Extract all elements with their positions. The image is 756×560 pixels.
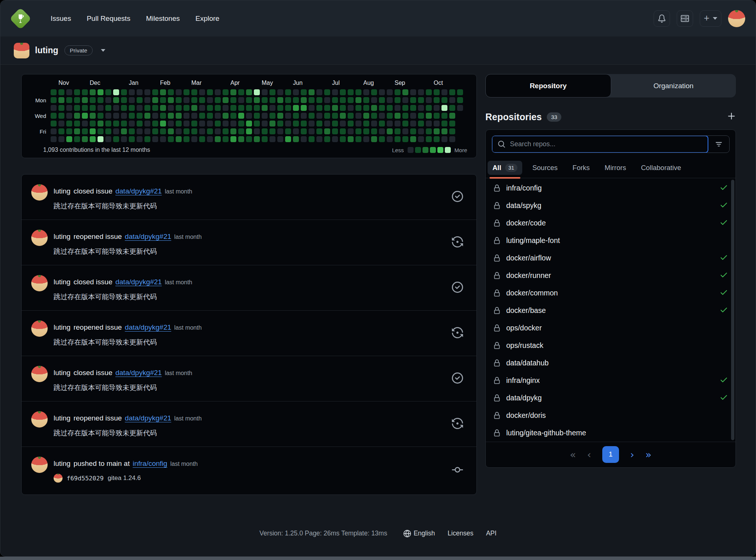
repo-name[interactable]: data/datahub	[506, 359, 549, 367]
new-repository-button[interactable]	[727, 112, 736, 122]
pagination-prev-button[interactable]: ‹	[587, 449, 591, 460]
activity-avatar[interactable]	[31, 184, 48, 201]
activity-target-link[interactable]: data/dpykg#21	[125, 233, 171, 240]
create-new-button[interactable]: +	[700, 10, 721, 27]
pagination-current-page[interactable]: 1	[602, 446, 619, 463]
repo-row[interactable]: docker/common	[486, 284, 736, 302]
repo-filter-tab[interactable]: Mirrors	[604, 160, 627, 178]
activity-actor[interactable]: luting	[54, 414, 70, 422]
nav-link[interactable]: Issues	[44, 11, 77, 26]
activity-target-link[interactable]: infra/config	[133, 460, 167, 467]
heatmap-cell	[418, 121, 424, 127]
repo-name[interactable]: docker/code	[506, 219, 546, 227]
heatmap-cell	[246, 113, 252, 119]
activity-actor[interactable]: luting	[54, 187, 70, 195]
repo-filter-tab[interactable]: Collaborative	[640, 160, 682, 178]
repo-filter-tab[interactable]: All31	[492, 160, 518, 178]
api-link[interactable]: API	[486, 529, 497, 537]
legend-swatch	[430, 147, 436, 153]
pagination-first-button[interactable]: «	[570, 449, 576, 460]
heatmap-cell	[387, 105, 393, 111]
activity-target-link[interactable]: data/dpykg#21	[115, 278, 162, 286]
repo-row[interactable]: ops/rustack	[486, 337, 736, 354]
repo-row[interactable]: data/dpykg	[486, 389, 736, 407]
activity-actor[interactable]: luting	[54, 369, 70, 377]
repo-name[interactable]: docker/base	[506, 306, 546, 315]
activity-target-link[interactable]: data/dpykg#21	[125, 323, 171, 331]
repo-name[interactable]: docker/doris	[506, 411, 546, 420]
scope-tab[interactable]: Repository	[485, 74, 611, 97]
activity-target-link[interactable]: data/dpykg#21	[115, 369, 162, 377]
notifications-button[interactable]	[654, 10, 670, 27]
repo-filter-tab[interactable]: Forks	[572, 160, 590, 178]
heatmap-cell	[316, 89, 322, 95]
activity-avatar[interactable]	[31, 366, 48, 382]
repo-name[interactable]: data/spykg	[506, 201, 541, 210]
repo-name[interactable]: data/dpykg	[506, 394, 542, 402]
repo-row[interactable]: luting/gitea-github-theme	[486, 424, 736, 442]
activity-actor[interactable]: luting	[54, 323, 70, 331]
gitea-logo[interactable]	[11, 9, 30, 28]
heatmap-cell	[395, 113, 401, 119]
repo-row[interactable]: ops/docker	[486, 319, 736, 337]
repo-filter-button[interactable]	[708, 136, 729, 153]
repo-row[interactable]: infra/config	[486, 179, 736, 197]
activity-actor[interactable]: luting	[54, 233, 70, 240]
activity-target-link[interactable]: data/dpykg#21	[125, 414, 171, 422]
commit-avatar	[54, 474, 63, 483]
activity-avatar[interactable]	[31, 275, 48, 291]
repo-name[interactable]: docker/runner	[506, 271, 551, 280]
repo-name[interactable]: infra/config	[506, 184, 542, 192]
repo-row[interactable]: infra/nginx	[486, 372, 736, 389]
nav-link-label: Pull Requests	[87, 15, 130, 22]
user-avatar[interactable]	[728, 10, 745, 27]
activity-target-link[interactable]: data/dpykg#21	[115, 187, 162, 195]
commit-sha[interactable]: f69d552029	[67, 475, 103, 482]
repo-row[interactable]: docker/doris	[486, 407, 736, 424]
pagination: « ‹ 1 › »	[486, 442, 736, 467]
heatmap-week-column	[129, 89, 135, 142]
repo-row[interactable]: docker/runner	[486, 267, 736, 284]
language-selector[interactable]: English	[403, 529, 435, 537]
pagination-last-button[interactable]: »	[645, 449, 652, 460]
repo-name[interactable]: docker/airflow	[506, 254, 551, 262]
heatmap-cell	[98, 97, 103, 103]
heatmap-cell	[215, 97, 221, 103]
activity-avatar[interactable]	[31, 411, 48, 428]
heatmap-cell	[269, 121, 275, 127]
repo-row[interactable]: data/spykg	[486, 197, 736, 214]
activity-avatar[interactable]	[31, 320, 48, 337]
profile-dropdown-caret[interactable]	[101, 49, 105, 52]
repo-name[interactable]: ops/rustack	[506, 341, 543, 350]
repo-row[interactable]: data/datahub	[486, 354, 736, 372]
repo-list-scrollbar[interactable]	[731, 180, 734, 440]
admin-panel-button[interactable]	[677, 10, 693, 27]
scope-tab[interactable]: Organization	[611, 74, 736, 97]
repo-row[interactable]: docker/code	[486, 214, 736, 232]
activity-actor[interactable]: luting	[54, 278, 70, 286]
activity-avatar[interactable]	[31, 230, 48, 246]
nav-link[interactable]: Pull Requests	[80, 11, 137, 26]
activity-avatar[interactable]	[31, 457, 48, 473]
lock-icon	[493, 429, 501, 437]
repo-name[interactable]: docker/common	[506, 289, 558, 297]
repo-row[interactable]: docker/airflow	[486, 249, 736, 267]
heatmap-week-column	[395, 89, 401, 142]
nav-link[interactable]: Explore	[189, 11, 226, 26]
licenses-link[interactable]: Licenses	[448, 529, 473, 537]
nav-link[interactable]: Milestones	[140, 11, 186, 26]
repo-row[interactable]: docker/base	[486, 302, 736, 319]
repo-filter-tab[interactable]: Sources	[532, 160, 558, 178]
repo-search-input[interactable]	[510, 140, 702, 148]
heatmap-cell	[168, 113, 174, 119]
repo-name[interactable]: luting/gitea-github-theme	[506, 429, 586, 437]
activity-actor[interactable]: luting	[54, 460, 70, 467]
horizontal-scrollbar[interactable]	[0, 557, 756, 560]
pagination-next-button[interactable]: ›	[630, 449, 634, 460]
repo-name[interactable]: ops/docker	[506, 324, 542, 332]
profile-avatar[interactable]	[14, 43, 29, 58]
heatmap-week-column	[58, 89, 64, 142]
repo-name[interactable]: luting/maple-font	[506, 236, 560, 245]
repo-row[interactable]: luting/maple-font	[486, 232, 736, 249]
repo-name[interactable]: infra/nginx	[506, 376, 540, 385]
